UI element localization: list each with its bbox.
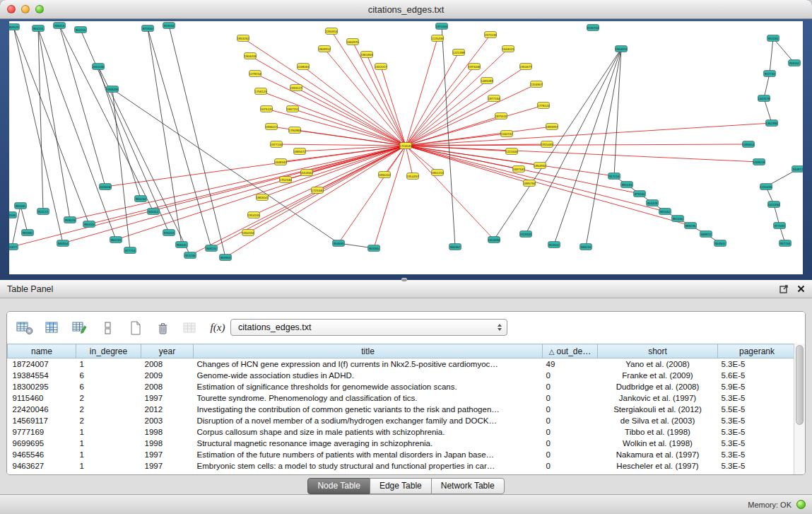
graph-node[interactable]: 990155 (83, 221, 95, 228)
create-table-button[interactable] (14, 317, 35, 339)
graph-node[interactable]: 940112 (148, 209, 160, 215)
graph-node[interactable]: 1854932 (534, 163, 546, 169)
import-table-button[interactable] (180, 317, 201, 339)
graph-node[interactable]: 965034 (135, 196, 147, 202)
graph-node[interactable]: 1904418 (244, 53, 257, 59)
graph-node[interactable]: 1221606 (505, 148, 518, 155)
table-cell[interactable]: 2 (76, 415, 141, 426)
minimize-button[interactable] (21, 5, 30, 13)
graph-node[interactable]: 977716 (124, 247, 136, 254)
graph-node[interactable]: 938414 (54, 23, 66, 29)
graph-node[interactable]: 1933127 (290, 85, 302, 91)
graph-node[interactable]: 1529341 (519, 231, 532, 238)
graph-node[interactable]: 946554 (57, 240, 69, 247)
graph-node[interactable]: 1650334 (242, 230, 254, 236)
graph-node[interactable]: 1664970 (346, 39, 359, 45)
table-cell[interactable]: 1997 (141, 392, 194, 404)
table-cell[interactable]: 18300295 (8, 381, 76, 392)
table-cell[interactable]: 5.9E-5 (718, 381, 795, 392)
graph-node[interactable]: 1973448 (468, 64, 481, 70)
table-cell[interactable]: 6 (76, 381, 141, 392)
table-cell[interactable]: 1 (76, 460, 141, 472)
table-cell[interactable]: 5.3E-5 (718, 438, 795, 449)
table-cell[interactable]: 2 (76, 392, 141, 404)
table-cell[interactable]: 2008 (141, 381, 194, 392)
graph-node[interactable]: 919034 (163, 23, 175, 29)
graph-node[interactable]: 950133 (110, 237, 122, 243)
graph-node[interactable]: 1220455 (760, 184, 772, 190)
graph-node[interactable]: 2026630 (99, 184, 112, 190)
graph-node[interactable]: 931062 (659, 209, 671, 215)
edit-table-button[interactable] (69, 317, 90, 339)
graph-node[interactable]: 1790983 (288, 127, 301, 134)
graph-node[interactable]: 924501 (714, 240, 726, 247)
graph-node[interactable]: 2014562 (300, 170, 313, 176)
graph-node[interactable]: 1595814 (742, 141, 755, 148)
graph-node[interactable]: 993382 (22, 230, 34, 236)
graph-node[interactable]: 1830202 (378, 172, 391, 178)
table-cell[interactable]: 0 (543, 426, 598, 438)
function-builder-button[interactable]: f(x) (207, 317, 228, 339)
table-cell[interactable]: 5.3E-5 (718, 358, 795, 370)
graph-node[interactable]: 1915469 (541, 141, 553, 148)
graph-node[interactable]: 1644021 (502, 46, 514, 52)
graph-node[interactable]: 922734 (764, 71, 776, 77)
column-header-in_degree[interactable]: in_degree (76, 344, 141, 358)
graph-node[interactable]: 1863041 (256, 194, 269, 201)
table-row[interactable]: 2242004622012Investigating the contribut… (8, 404, 795, 415)
graph-node[interactable]: 1058218 (753, 159, 765, 165)
table-cell[interactable]: Yano et al. (2008) (598, 358, 718, 370)
graph-node[interactable]: 1853262 (237, 35, 249, 42)
graph-node[interactable]: 1725340 (311, 187, 324, 194)
graph-node[interactable]: 1724045 (399, 143, 412, 149)
graph-node[interactable]: 1697342 (512, 166, 525, 173)
graph-node[interactable]: 1914205 (247, 212, 260, 218)
graph-node[interactable]: 879184 (634, 191, 646, 197)
graph-node[interactable]: 938216 (580, 244, 592, 250)
column-header-pagerank[interactable]: pagerank (718, 344, 795, 358)
table-cell[interactable]: Estimation of significance thresholds fo… (194, 381, 543, 392)
table-cell[interactable]: 6 (76, 370, 141, 381)
close-button[interactable] (7, 5, 16, 13)
graph-node[interactable]: 1944874 (615, 46, 628, 52)
graph-node[interactable]: 1971138 (485, 32, 497, 38)
graph-node[interactable]: 8130704 (587, 25, 599, 31)
table-cell[interactable]: 0 (543, 370, 598, 381)
graph-node[interactable]: 1485083 (481, 78, 493, 84)
tab-node-table[interactable]: Node Table (307, 478, 370, 494)
graph-node[interactable]: 2051030 (92, 64, 105, 70)
graph-node[interactable]: 976203 (163, 230, 175, 236)
tab-edge-table[interactable]: Edge Table (370, 478, 432, 494)
table-cell[interactable]: 2 (76, 404, 141, 415)
table-cell[interactable]: Investigating the contribution of common… (194, 404, 543, 415)
graph-node[interactable]: 1977134 (270, 141, 283, 148)
table-cell[interactable]: Franke et al. (2009) (598, 370, 718, 381)
graph-node[interactable]: 891033 (621, 182, 633, 188)
table-cell[interactable]: 0 (543, 381, 598, 392)
graph-node[interactable]: 1752346 (279, 177, 292, 183)
graph-node[interactable]: 1221398 (452, 49, 465, 56)
graph-node[interactable]: 1604694 (488, 237, 500, 243)
table-cell[interactable]: 5.6E-5 (718, 370, 795, 381)
graph-node[interactable]: 924502 (548, 242, 560, 248)
graph-node[interactable]: 969969 (220, 255, 232, 261)
table-cell[interactable]: 0 (543, 415, 598, 426)
panel-divider-grip[interactable] (401, 278, 407, 281)
table-cell[interactable]: 1998 (141, 426, 194, 438)
graph-node[interactable]: 1758123 (254, 88, 267, 95)
table-cell[interactable]: 0 (543, 438, 598, 449)
graph-node[interactable]: 948872 (700, 231, 712, 238)
table-cell[interactable]: 2008 (141, 358, 194, 370)
table-cell[interactable]: 1998 (141, 438, 194, 449)
graph-node[interactable]: 1462984 (765, 120, 778, 127)
table-cell[interactable]: Wolkin et al. (1998) (598, 438, 718, 449)
table-cell[interactable]: 2009 (141, 370, 194, 381)
table-cell[interactable]: 9463627 (8, 460, 76, 472)
graph-node[interactable]: 2248061 (297, 64, 310, 70)
table-cell[interactable]: 2003 (141, 415, 194, 426)
table-cell[interactable]: 22420046 (8, 404, 76, 415)
table-cell[interactable]: 5.3E-5 (718, 415, 795, 426)
graph-node[interactable]: 972236 (184, 252, 196, 259)
graph-node[interactable]: 873350 (142, 25, 154, 32)
graph-node[interactable]: 935581 (15, 203, 27, 209)
